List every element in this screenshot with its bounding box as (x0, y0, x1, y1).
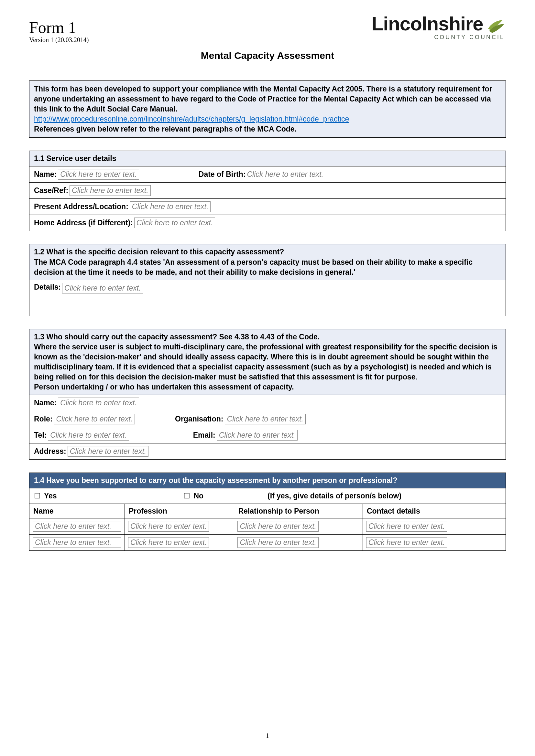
yes-checkbox[interactable]: ☐ (34, 492, 41, 500)
details-label: Details: (34, 283, 61, 291)
support-name-input[interactable]: Click here to enter text. (33, 521, 121, 532)
support-profession-input[interactable]: Click here to enter text. (128, 521, 209, 532)
support-contact-input[interactable]: Click here to enter text. (366, 521, 447, 532)
col-name: Name (29, 504, 125, 519)
section-1-2: 1.2 What is the specific decision releva… (29, 244, 506, 316)
form-header: Form 1 Version 1 (20.03.2014) (29, 19, 89, 44)
dob-label: Date of Birth: (199, 170, 246, 179)
section-1-3-body2: Person undertaking / or who has undertak… (34, 382, 501, 392)
present-address-input[interactable]: Click here to enter text. (130, 202, 211, 212)
no-label: No (193, 492, 204, 500)
logo: Lincolnshire COUNTY COUNCIL (372, 16, 506, 40)
home-address-label: Home Address (if Different): (34, 219, 133, 227)
section-1-4-heading: 1.4 Have you been supported to carry out… (29, 473, 506, 488)
case-ref-input[interactable]: Click here to enter text. (70, 185, 151, 196)
no-checkbox[interactable]: ☐ (183, 492, 190, 500)
yes-hint: (If yes, give details of person/s below) (268, 492, 501, 500)
section-1-4: 1.4 Have you been supported to carry out… (29, 472, 506, 551)
col-relationship: Relationship to Person (234, 504, 363, 519)
dob-input[interactable]: Click here to enter text. (247, 170, 324, 179)
support-relationship-input[interactable]: Click here to enter text. (238, 537, 319, 548)
version-text: Version 1 (20.03.2014) (29, 36, 89, 44)
assessor-name-input[interactable]: Click here to enter text. (58, 397, 139, 408)
yes-label: Yes (44, 492, 57, 500)
section-1-3: 1.3 Who should carry out the capacity as… (29, 329, 506, 460)
email-label: Email: (193, 431, 215, 440)
leaf-icon (487, 17, 506, 34)
logo-subtitle: COUNTY COUNCIL (372, 35, 505, 40)
support-name-input[interactable]: Click here to enter text. (33, 537, 121, 548)
email-input[interactable]: Click here to enter text. (217, 430, 298, 441)
intro-box: This form has been developed to support … (29, 80, 506, 138)
role-input[interactable]: Click here to enter text. (54, 414, 135, 424)
page-title: Mental Capacity Assessment (29, 50, 506, 61)
home-address-input[interactable]: Click here to enter text. (134, 218, 215, 228)
section-1-1-heading: 1.1 Service user details (29, 151, 506, 167)
tel-input[interactable]: Click here to enter text. (48, 430, 129, 441)
support-relationship-input[interactable]: Click here to enter text. (238, 521, 319, 532)
organisation-input[interactable]: Click here to enter text. (225, 414, 306, 424)
intro-paragraph-1: This form has been developed to support … (34, 85, 492, 113)
support-contact-input[interactable]: Click here to enter text. (366, 537, 447, 548)
table-row: Click here to enter text. Click here to … (29, 535, 506, 551)
organisation-label: Organisation: (175, 415, 223, 423)
table-row: Click here to enter text. Click here to … (29, 519, 506, 535)
name-label: Name: (34, 170, 57, 179)
col-profession: Profession (125, 504, 234, 519)
tel-label: Tel: (34, 431, 46, 440)
form-number: Form 1 (29, 19, 89, 36)
code-practice-link[interactable]: http://www.proceduresonline.com/lincolns… (34, 115, 349, 123)
role-label: Role: (34, 415, 53, 423)
section-1-3-heading: 1.3 Who should carry out the capacity as… (34, 332, 501, 342)
name-input[interactable]: Click here to enter text. (58, 169, 139, 180)
present-address-label: Present Address/Location: (34, 202, 128, 211)
support-table: Name Profession Relationship to Person C… (29, 504, 506, 551)
logo-word: Lincolnshire (372, 13, 483, 35)
details-input[interactable]: Click here to enter text. (62, 283, 143, 293)
page-number: 1 (0, 731, 535, 740)
section-1-2-heading: 1.2 What is the specific decision releva… (34, 247, 501, 257)
support-profession-input[interactable]: Click here to enter text. (128, 537, 209, 548)
section-1-2-body: The MCA Code paragraph 4.4 states 'An as… (34, 257, 501, 277)
section-1-3-body1: Where the service user is subject to mul… (34, 343, 497, 381)
assessor-name-label: Name: (34, 398, 57, 407)
col-contact: Contact details (363, 504, 506, 519)
intro-paragraph-2: References given below refer to the rele… (34, 125, 296, 133)
case-ref-label: Case/Ref: (34, 186, 68, 195)
assessor-address-input[interactable]: Click here to enter text. (68, 446, 149, 457)
section-1-1: 1.1 Service user details Name: Click her… (29, 150, 506, 231)
assessor-address-label: Address: (34, 447, 66, 456)
